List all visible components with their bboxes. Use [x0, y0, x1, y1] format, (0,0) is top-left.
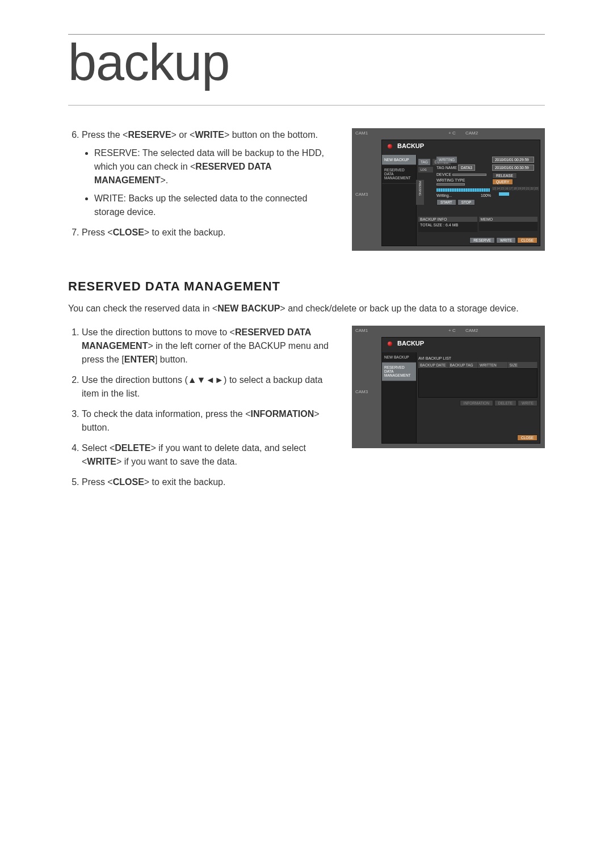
cam1-label: CAM1: [355, 130, 368, 136]
step-1: Use the direction buttons to move to <RE…: [82, 326, 335, 366]
reserve-button[interactable]: RESERVE: [469, 237, 495, 243]
datetime-to[interactable]: 2010/01/01 00:30:59: [492, 165, 534, 171]
step-6: Press the <RESERVE> or <WRITE> button on…: [82, 128, 335, 219]
backup-info-header: BACKUP INFO: [418, 217, 477, 222]
record-icon: [388, 342, 392, 346]
bullet-reserve: RESERVE: The selected data will be backu…: [94, 146, 335, 187]
memo-header: MEMO: [479, 217, 538, 222]
write-button[interactable]: WRITE: [496, 237, 516, 243]
hour-strip: 1314151617181920212223: [492, 187, 539, 191]
record-icon: [388, 144, 392, 149]
cam2-label: CAM2: [465, 328, 478, 333]
cam1-label: CAM1: [355, 328, 368, 333]
step-7: Press <CLOSE> to exit the backup.: [82, 226, 335, 239]
tab-tag[interactable]: TAG: [418, 159, 430, 165]
device-select[interactable]: [452, 174, 486, 176]
memo-field[interactable]: [479, 222, 538, 231]
backup-panel: BACKUP NEW BACKUP RESERVED DATA MANAGEME…: [381, 140, 540, 246]
backup-panel: BACKUP NEW BACKUP RESERVED DATA MANAGEME…: [381, 337, 540, 444]
panel-sidebar: NEW BACKUP RESERVED DATA MANAGEMENT: [382, 352, 417, 443]
dvr-mock-writing: CAM1 + C CAM2 CAM3 BACKUP NEW BACKUP RES…: [352, 128, 545, 251]
bullet-write: WRITE: Backs up the selected data to the…: [94, 192, 335, 219]
total-size: TOTAL SIZE : 6.4 MB: [418, 222, 477, 232]
query-button[interactable]: QUERY: [492, 179, 513, 185]
list-title: AVI BACKUP LIST: [418, 356, 538, 360]
col-backup-date[interactable]: BACKUP DATE: [418, 362, 448, 368]
timeline-segment: [499, 192, 509, 196]
writing-header: WRITING: [436, 157, 457, 163]
progress-percent: 100%: [481, 193, 491, 197]
progress-bar: [436, 188, 490, 192]
tab-log[interactable]: LOG: [418, 167, 433, 172]
backup-list-body[interactable]: [418, 368, 538, 398]
sidebar-reserved[interactable]: RESERVED DATA MANAGEMENT: [382, 363, 416, 381]
writing-status: Writing...: [436, 193, 452, 197]
section-heading-reserved: RESERVED DATA MANAGEMENT: [68, 279, 545, 294]
panel-footer-buttons: CLOSE: [517, 435, 538, 441]
close-button[interactable]: CLOSE: [517, 435, 538, 441]
tab-pressing[interactable]: PRESSING: [416, 180, 424, 205]
steps-list-2: Use the direction buttons to move to <RE…: [68, 326, 335, 489]
screenshot-2: CAM1 + C CAM2 CAM3 BACKUP NEW BACKUP RES…: [352, 326, 545, 448]
cam3-label: CAM3: [355, 389, 368, 394]
delete-button[interactable]: DELETE: [494, 400, 517, 406]
sidebar-new-backup[interactable]: NEW BACKUP: [382, 352, 416, 363]
write-button[interactable]: WRITE: [518, 400, 538, 406]
list-header: BACKUP DATE BACKUP TAG WRITTEN SIZE: [418, 362, 538, 368]
cam2-label: CAM2: [465, 130, 478, 136]
rule-under-title: [68, 105, 545, 106]
instructions-col: Press the <RESERVE> or <WRITE> button on…: [68, 128, 335, 246]
panel-body: AVI BACKUP LIST BACKUP DATE BACKUP TAG W…: [416, 352, 540, 443]
cam3-label: CAM3: [355, 192, 368, 197]
tag-name-field[interactable]: DATA3: [458, 165, 475, 171]
steps-list-1: Press the <RESERVE> or <WRITE> button on…: [68, 128, 335, 239]
list-action-row: INFORMATION DELETE WRITE: [418, 400, 538, 406]
instructions-col-2: Use the direction buttons to move to <RE…: [68, 326, 335, 496]
writing-type-select[interactable]: [436, 183, 465, 186]
sidebar-reserved[interactable]: RESERVED DATA MANAGEMENT: [382, 165, 416, 183]
sidebar-new-backup[interactable]: NEW BACKUP: [382, 155, 416, 165]
col-size[interactable]: SIZE: [508, 362, 538, 368]
manual-page: backup Press the <RESERVE> or <WRITE> bu…: [0, 0, 613, 868]
datetime-from[interactable]: 2010/01/01 00:29:59: [492, 157, 534, 163]
stop-button[interactable]: STOP: [457, 199, 476, 205]
page-title: backup: [68, 37, 545, 88]
dvr-mock-reserved: CAM1 + C CAM2 CAM3 BACKUP NEW BACKUP RES…: [352, 326, 545, 448]
c-label: + C: [448, 130, 456, 136]
c-label: + C: [448, 328, 456, 333]
step-4: Select <DELETE> if you want to delete da…: [82, 441, 335, 469]
col-backup-tag[interactable]: BACKUP TAG: [448, 362, 478, 368]
start-button[interactable]: START: [436, 199, 456, 205]
panel-title: BACKUP: [382, 140, 540, 151]
close-button[interactable]: CLOSE: [517, 237, 538, 243]
panel-footer-buttons: RESERVE WRITE CLOSE: [469, 237, 538, 243]
panel-sidebar: NEW BACKUP RESERVED DATA MANAGEMENT: [382, 155, 417, 246]
col-written[interactable]: WRITTEN: [478, 362, 508, 368]
section-backup-continued: Press the <RESERVE> or <WRITE> button on…: [68, 128, 545, 251]
step-2: Use the direction buttons (▲▼◄►) to sele…: [82, 373, 335, 401]
step-6-bullets: RESERVE: The selected data will be backu…: [82, 146, 335, 219]
release-button[interactable]: RELEASE: [492, 172, 517, 179]
panel-title: BACKUP: [382, 338, 540, 349]
step-3: To check the data information, press the…: [82, 407, 335, 435]
step-5: Press <CLOSE> to exit the backup.: [82, 475, 335, 489]
screenshot-1: CAM1 + C CAM2 CAM3 BACKUP NEW BACKUP RES…: [352, 128, 545, 251]
section-reserved: Use the direction buttons to move to <RE…: [68, 326, 545, 496]
panel-body: TAG DEVICE LOG PRESSING WRITING TAG NAME…: [416, 155, 540, 246]
intro-text: You can check the reserved data in <NEW …: [68, 302, 534, 315]
information-button[interactable]: INFORMATION: [460, 400, 493, 406]
